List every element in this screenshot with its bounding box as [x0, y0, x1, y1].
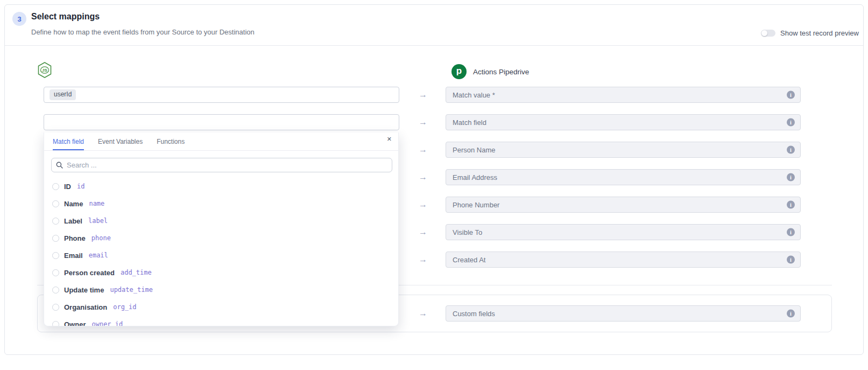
radio-icon[interactable] — [52, 252, 59, 259]
svg-text:JS: JS — [42, 68, 47, 73]
destination-field-label: Created At — [453, 256, 485, 264]
nodejs-icon: JS — [37, 61, 52, 79]
arrow-icon: → — [416, 118, 430, 127]
item-code: label — [88, 217, 108, 225]
destination-field-match-field[interactable]: Match field i — [446, 114, 801, 130]
destination-field-label: Phone Number — [453, 201, 499, 209]
source-input-active[interactable] — [44, 114, 399, 130]
item-code: org_id — [113, 303, 136, 311]
destination-header: p Actions Pipedrive — [451, 64, 529, 79]
list-item-owner[interactable]: Owner owner_id — [44, 317, 398, 326]
arrow-icon: → — [416, 90, 430, 99]
toggle-knob-icon — [761, 30, 767, 36]
userid-chip[interactable]: userId — [50, 89, 76, 100]
destination-title: Actions Pipedrive — [473, 68, 529, 76]
item-code: id — [77, 183, 84, 190]
arrow-icon: → — [416, 228, 430, 236]
info-icon[interactable]: i — [787, 118, 795, 127]
item-code: email — [89, 252, 108, 259]
item-label: Organisation — [64, 303, 107, 311]
page-subtitle: Define how to map the event fields from … — [31, 28, 255, 36]
close-icon[interactable]: ✕ — [387, 136, 392, 142]
item-label: Update time — [64, 286, 104, 294]
info-icon[interactable]: i — [787, 201, 795, 209]
item-code: update_time — [110, 286, 152, 294]
radio-icon[interactable] — [52, 183, 59, 190]
destination-field-match-value[interactable]: Match value * i — [446, 87, 801, 103]
list-item-name[interactable]: Name name — [44, 196, 398, 211]
radio-icon[interactable] — [52, 321, 59, 327]
info-icon[interactable]: i — [787, 173, 795, 181]
destination-field-custom-fields[interactable]: Custom fields i — [446, 305, 801, 322]
destination-field-label: Email Address — [453, 173, 497, 181]
test-record-preview-toggle[interactable] — [761, 30, 775, 37]
source-input-userid[interactable]: userId — [44, 87, 399, 103]
arrow-icon: → — [416, 145, 430, 154]
radio-icon[interactable] — [52, 200, 59, 207]
radio-icon[interactable] — [52, 287, 59, 294]
toggle-label: Show test record preview — [780, 29, 859, 37]
destination-field-created-at[interactable]: Created At i — [446, 252, 801, 268]
page-container: 3 Select mappings Define how to map the … — [4, 4, 864, 355]
destination-field-person-name[interactable]: Person Name i — [446, 142, 801, 158]
step-badge: 3 — [12, 12, 26, 26]
destination-field-label: Match field — [453, 118, 486, 127]
field-picker-dropdown: Match field Event Variables Functions ✕ … — [44, 132, 399, 326]
dropdown-tabs: Match field Event Variables Functions ✕ — [44, 132, 398, 151]
field-list: ID id Name name Label label Phone phone … — [44, 179, 398, 326]
item-label: Person created — [64, 269, 115, 277]
item-label: Name — [64, 200, 83, 208]
item-code: owner_id — [91, 320, 123, 326]
radio-icon[interactable] — [52, 269, 59, 276]
list-item-id[interactable]: ID id — [44, 179, 398, 194]
list-item-phone[interactable]: Phone phone — [44, 231, 398, 246]
arrow-icon: → — [416, 173, 430, 181]
arrow-icon: → — [416, 200, 430, 209]
item-label: Owner — [64, 320, 86, 327]
destination-field-label: Visible To — [453, 228, 482, 236]
list-item-person-created[interactable]: Person created add_time — [44, 265, 398, 280]
search-input[interactable] — [67, 161, 387, 169]
item-label: Label — [64, 217, 82, 225]
page-title: Select mappings — [31, 12, 100, 22]
info-icon[interactable]: i — [787, 256, 795, 264]
destination-field-email-address[interactable]: Email Address i — [446, 169, 801, 185]
list-item-label[interactable]: Label label — [44, 213, 398, 228]
item-label: ID — [64, 183, 71, 191]
arrow-icon: → — [416, 255, 430, 264]
radio-icon[interactable] — [52, 218, 59, 225]
destination-field-label: Person Name — [453, 146, 495, 154]
info-icon[interactable]: i — [787, 310, 795, 318]
radio-icon[interactable] — [52, 304, 59, 311]
item-code: add_time — [121, 269, 152, 276]
item-label: Email — [64, 252, 83, 260]
list-item-update-time[interactable]: Update time update_time — [44, 282, 398, 297]
search-box — [51, 158, 392, 172]
search-icon — [56, 162, 63, 169]
section-header: 3 Select mappings Define how to map the … — [5, 5, 863, 46]
list-item-email[interactable]: Email email — [44, 248, 398, 263]
info-icon[interactable]: i — [787, 146, 795, 154]
tab-functions[interactable]: Functions — [157, 138, 185, 150]
list-item-organisation[interactable]: Organisation org_id — [44, 299, 398, 315]
item-code: phone — [91, 234, 111, 242]
destination-field-label: Match value * — [453, 91, 495, 99]
info-icon[interactable]: i — [787, 91, 795, 99]
pipedrive-icon: p — [451, 64, 467, 79]
tab-match-field[interactable]: Match field — [53, 138, 84, 150]
arrow-icon: → — [416, 309, 430, 318]
tab-event-variables[interactable]: Event Variables — [98, 138, 143, 150]
radio-icon[interactable] — [52, 235, 59, 242]
info-icon[interactable]: i — [787, 228, 795, 236]
destination-field-label: Custom fields — [453, 310, 495, 318]
destination-field-visible-to[interactable]: Visible To i — [446, 224, 801, 240]
destination-field-phone-number[interactable]: Phone Number i — [446, 197, 801, 213]
item-code: name — [89, 200, 104, 207]
item-label: Phone — [64, 234, 86, 242]
